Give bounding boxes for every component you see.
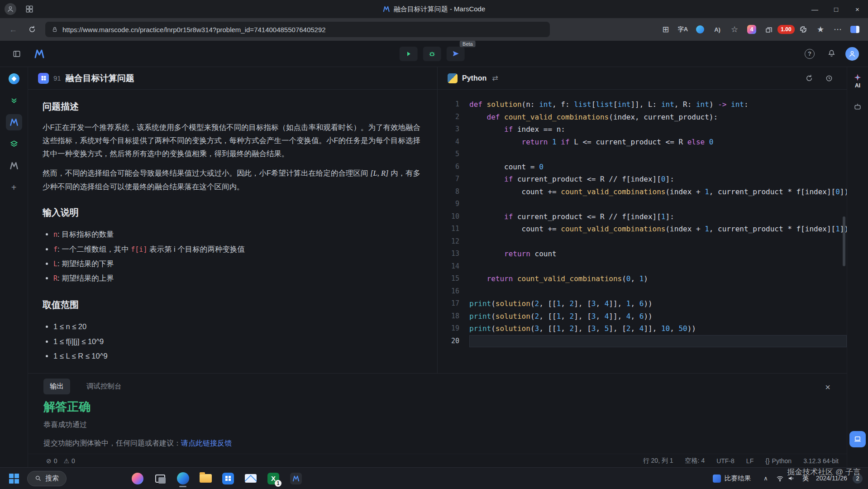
- ai-assistant-icon[interactable]: AI: [854, 73, 862, 89]
- errors-status[interactable]: ⊘0: [46, 457, 57, 465]
- tray-chevron-icon[interactable]: ∧: [759, 470, 773, 488]
- favorite-star-icon[interactable]: ☆: [726, 21, 743, 38]
- code-line[interactable]: [469, 335, 847, 348]
- code-line[interactable]: count += count_valid_combinations(index …: [469, 186, 847, 198]
- read-aloud-icon[interactable]: A): [709, 21, 726, 38]
- eol-setting[interactable]: LF: [746, 457, 754, 465]
- code-line[interactable]: print(solution(3, [[1, 2], [3, 5], [2, 4…: [469, 322, 847, 335]
- contest-window-button[interactable]: 比赛结果: [708, 470, 755, 488]
- code-line[interactable]: print(solution(2, [[1, 2], [3, 4]], 1, 6…: [469, 297, 847, 310]
- minimize-button[interactable]: —: [804, 0, 825, 18]
- task-view-icon[interactable]: [151, 469, 170, 488]
- mail-icon[interactable]: [241, 469, 260, 488]
- copilot-sidebar-icon[interactable]: [846, 21, 863, 38]
- taskbar-search[interactable]: 搜索: [27, 471, 67, 486]
- line-number[interactable]: 1: [438, 98, 459, 111]
- apps-grid-icon[interactable]: ⊞: [657, 21, 674, 38]
- collections-icon[interactable]: [760, 21, 777, 38]
- line-number[interactable]: 7: [438, 173, 459, 186]
- sidebar-toggle-icon[interactable]: [9, 46, 24, 62]
- more-menu-icon[interactable]: ⋯: [829, 21, 846, 38]
- code-line[interactable]: print(solution(2, [[1, 2], [3, 4]], 4, 6…: [469, 310, 847, 323]
- code-editor[interactable]: 1234567891011121314151617181920 def solu…: [438, 90, 847, 373]
- extension-count-badge[interactable]: 4: [743, 21, 760, 38]
- line-number[interactable]: 15: [438, 273, 459, 285]
- code-line[interactable]: [469, 285, 847, 298]
- user-avatar[interactable]: [845, 47, 859, 61]
- code-line[interactable]: return 1 if L <= current_product <= R el…: [469, 136, 847, 149]
- file-explorer-icon[interactable]: [196, 469, 215, 488]
- code-line[interactable]: [469, 148, 847, 161]
- submit-button[interactable]: Beta: [447, 47, 465, 61]
- wallet-price-badge[interactable]: 1.00: [777, 21, 795, 38]
- line-number[interactable]: 3: [438, 123, 459, 136]
- back-button[interactable]: ←: [5, 21, 22, 38]
- code-line[interactable]: return count_valid_combinations(0, 1): [469, 273, 847, 285]
- editor-scrollbar[interactable]: [843, 216, 845, 266]
- code-line[interactable]: [469, 198, 847, 211]
- line-number[interactable]: 20: [438, 335, 459, 348]
- add-icon[interactable]: +: [6, 179, 22, 196]
- taskbar-clock[interactable]: 2024/11/26: [816, 475, 849, 482]
- help-icon[interactable]: ?: [802, 46, 817, 62]
- language-mode[interactable]: {}Python: [765, 457, 792, 465]
- code-line[interactable]: return count: [469, 248, 847, 260]
- output-close-icon[interactable]: ×: [821, 381, 834, 393]
- python-runtime[interactable]: 3.12.3 64-bit: [803, 457, 839, 465]
- practice-icon-active[interactable]: [6, 114, 22, 130]
- feedback-link[interactable]: 请点此链接反馈: [181, 439, 232, 447]
- assistant-robot-icon[interactable]: [849, 99, 866, 115]
- ime-indicator[interactable]: 英: [799, 472, 812, 485]
- marscode-taskbar-icon[interactable]: [286, 469, 305, 488]
- code-line[interactable]: def solution(n: int, f: list[list[int]],…: [469, 98, 847, 111]
- close-button[interactable]: ×: [847, 0, 868, 18]
- code-line[interactable]: if current_product <= R // f[index][0]:: [469, 173, 847, 186]
- system-tray[interactable]: [776, 475, 795, 482]
- problem-description[interactable]: 问题描述 小F正在开发一个推荐系统，该系统使用多个模型来预估不同的目标指标（如点…: [28, 90, 437, 373]
- notifications-bell-icon[interactable]: [824, 46, 839, 62]
- debug-button[interactable]: [423, 47, 441, 61]
- address-bar[interactable]: https://www.marscode.cn/practice/lnrp0r1…: [45, 22, 550, 37]
- favorites-bar-icon[interactable]: ★: [812, 21, 829, 38]
- courses-icon[interactable]: [6, 92, 22, 109]
- run-button[interactable]: [400, 47, 418, 61]
- notification-count-badge[interactable]: 2: [853, 474, 863, 484]
- language-swap-icon[interactable]: ⇄: [492, 74, 498, 82]
- output-tab-0[interactable]: 输出: [43, 379, 70, 394]
- floating-widget-button[interactable]: [849, 431, 866, 447]
- stack-icon[interactable]: [6, 136, 22, 152]
- explore-icon[interactable]: [6, 71, 22, 87]
- encoding-setting[interactable]: UTF-8: [716, 457, 734, 465]
- store-icon[interactable]: [219, 469, 238, 488]
- line-number[interactable]: 17: [438, 297, 459, 310]
- code-line[interactable]: [469, 235, 847, 248]
- line-number[interactable]: 8: [438, 186, 459, 198]
- start-button[interactable]: [5, 469, 24, 488]
- cursor-position[interactable]: 行 20, 列 1: [643, 457, 673, 465]
- code-line[interactable]: if current_product <= R // f[index][1]:: [469, 211, 847, 223]
- reset-code-icon[interactable]: [801, 71, 817, 86]
- marscode-logo[interactable]: [32, 46, 47, 62]
- copilot-icon[interactable]: [128, 469, 147, 488]
- code-line[interactable]: def count_valid_combinations(index, curr…: [469, 111, 847, 124]
- extension-shortcut-icon[interactable]: [692, 21, 709, 38]
- line-number[interactable]: 12: [438, 235, 459, 248]
- line-number[interactable]: 6: [438, 161, 459, 173]
- extensions-puzzle-icon[interactable]: [795, 21, 812, 38]
- code-line[interactable]: if index == n:: [469, 123, 847, 136]
- workspaces-icon[interactable]: [23, 2, 36, 16]
- warnings-status[interactable]: ⚠0: [64, 457, 75, 465]
- edge-icon[interactable]: [173, 469, 192, 488]
- maximize-button[interactable]: □: [825, 0, 847, 18]
- refresh-button[interactable]: [24, 21, 41, 38]
- output-tab-1[interactable]: 调试控制台: [80, 379, 128, 394]
- line-number[interactable]: 10: [438, 211, 459, 223]
- line-number[interactable]: 5: [438, 148, 459, 161]
- marscode-gray-icon[interactable]: [6, 158, 22, 174]
- line-number[interactable]: 2: [438, 111, 459, 124]
- submission-history-icon[interactable]: [821, 71, 837, 86]
- line-number[interactable]: 9: [438, 198, 459, 211]
- browser-profile-avatar[interactable]: [5, 3, 16, 15]
- indent-setting[interactable]: 空格: 4: [685, 457, 705, 465]
- code-line[interactable]: count += count_valid_combinations(index …: [469, 223, 847, 235]
